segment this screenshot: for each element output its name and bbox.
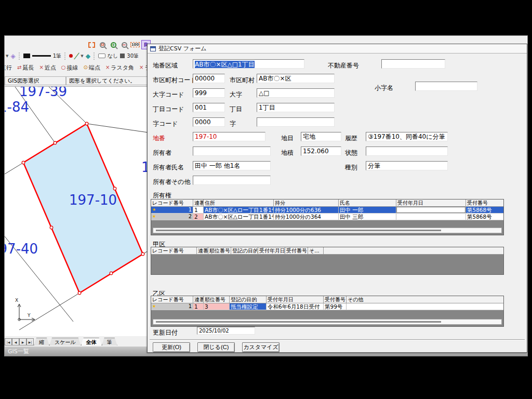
view-tab-スケール[interactable]: スケール: [49, 338, 81, 345]
rireki-input[interactable]: [366, 132, 448, 141]
snap-tool-near-point-button[interactable]: ×近点: [37, 63, 58, 72]
table-cell[interactable]: 第99号: [324, 303, 347, 310]
table-cell[interactable]: 持分1000分の364: [274, 214, 339, 220]
column-header[interactable]: 受付年月日: [267, 296, 324, 303]
chimoku-input[interactable]: [301, 132, 341, 141]
column-header[interactable]: レコード番号: [151, 296, 193, 303]
scrollbar-thumb[interactable]: [156, 321, 441, 323]
shoyusha-sonota-input[interactable]: [193, 176, 271, 185]
table-cell[interactable]: 第5868号: [466, 214, 503, 220]
line-style-sample[interactable]: [32, 55, 51, 57]
shubetsu-input[interactable]: [366, 161, 448, 170]
koaza-mei-input[interactable]: [415, 82, 477, 91]
column-header[interactable]: レコード番号: [151, 200, 193, 207]
column-header[interactable]: 受付番号: [324, 296, 347, 303]
table-cell[interactable]: 持分1000分の636: [274, 207, 339, 213]
fill-solid-swatch[interactable]: [120, 54, 125, 58]
record-number-cell[interactable]: ★1: [151, 303, 193, 310]
fill-none-swatch[interactable]: [98, 54, 105, 58]
snap-tool-raster-angle-button[interactable]: ×ラスタ角: [103, 63, 136, 72]
shoyusha-input[interactable]: [193, 147, 271, 156]
column-header[interactable]: 受付年月日: [258, 247, 285, 255]
jotai-input[interactable]: [366, 147, 448, 156]
table-row[interactable]: ★11AB市〇×区△ロ一丁目1番1号持分1000分の636田中 一郎第5868号: [151, 207, 503, 214]
column-header[interactable]: レコード番号: [151, 247, 197, 255]
table-row[interactable]: ★113抵当権設定令和6年6月18日受付第99号: [151, 303, 503, 310]
chiban-input[interactable]: [193, 132, 265, 141]
table-cell[interactable]: 抵当権設定: [230, 303, 267, 310]
view-tab-筆[interactable]: 筆: [102, 338, 117, 345]
column-header[interactable]: 登記の目的: [230, 296, 267, 303]
table-cell[interactable]: 田中 三郎: [339, 214, 396, 220]
record-number-cell[interactable]: ★2: [151, 214, 193, 220]
column-header[interactable]: 氏名: [339, 200, 396, 207]
layer-icon[interactable]: ◈: [10, 53, 15, 59]
zoom-in-button[interactable]: +: [109, 40, 118, 49]
oaza-code-input[interactable]: [193, 88, 225, 98]
column-header[interactable]: そ...: [308, 247, 324, 255]
horizontal-scrollbar[interactable]: [153, 319, 502, 325]
scrollbar-thumb[interactable]: [156, 230, 441, 231]
column-header[interactable]: 住所: [204, 200, 274, 207]
column-header[interactable]: その他: [347, 296, 503, 303]
column-header[interactable]: 受付番号: [466, 200, 503, 207]
column-header[interactable]: 連番: [197, 247, 208, 255]
chiban-kuiki-input[interactable]: AB市〇×区△□1丁目: [193, 59, 304, 69]
oaza-input[interactable]: [257, 88, 335, 98]
aza-input[interactable]: [257, 117, 335, 127]
tab-nav-button[interactable]: ◀: [12, 338, 19, 345]
snap-tool-end-point-button[interactable]: ⊙端点: [82, 63, 102, 72]
table-cell[interactable]: 第5868号: [466, 207, 503, 213]
view-tab-全体[interactable]: 全体: [81, 338, 102, 345]
close-button[interactable]: 閉じる(C): [197, 342, 235, 352]
tab-nav-button[interactable]: ▶: [19, 338, 26, 345]
customize-button[interactable]: カスタマイズ: [242, 342, 280, 352]
dropdown-arrow-icon[interactable]: ▼: [81, 54, 83, 58]
aza-code-input[interactable]: [193, 117, 225, 127]
record-number-cell[interactable]: ★1: [151, 207, 193, 213]
table-cell[interactable]: [396, 207, 466, 213]
point-color-icon[interactable]: [69, 54, 73, 58]
line-color-swatch[interactable]: [23, 54, 30, 58]
snap-tool-extend-button[interactable]: ⇄延長: [15, 63, 36, 72]
shikuchoson-code-input[interactable]: [193, 74, 225, 83]
table-cell[interactable]: 田中 一郎: [339, 207, 396, 213]
column-header[interactable]: 登記の目的: [231, 247, 258, 255]
zoom-100-button[interactable]: 100: [130, 40, 140, 49]
column-header[interactable]: 順位番号: [208, 247, 231, 255]
column-header[interactable]: 連番: [193, 296, 204, 303]
marquee-select-button[interactable]: [87, 40, 96, 49]
tab-nav-button[interactable]: |◀: [5, 338, 12, 345]
pen-icon[interactable]: ╱: [74, 52, 79, 60]
column-header[interactable]: 受付年月日: [396, 200, 466, 207]
zoom-out-button[interactable]: −: [119, 40, 129, 49]
table-cell[interactable]: [396, 214, 466, 220]
view-tab-縮[interactable]: 縮: [34, 338, 49, 345]
dialog-titlebar[interactable]: 登記CSV フォーム: [148, 44, 527, 54]
fudosan-bango-input[interactable]: [381, 59, 445, 69]
table-cell[interactable]: AB市〇×区△ロ一丁目1番1号: [204, 214, 274, 220]
zoom-to-rect-button[interactable]: [98, 40, 107, 49]
table-cell[interactable]: [347, 303, 503, 310]
update-button[interactable]: 更新(O): [153, 342, 190, 352]
chiseki-input[interactable]: [301, 147, 341, 156]
table-row[interactable]: ★22AB市〇×区△ロ一丁目1番1号持分1000分の364田中 三郎第5868号: [151, 214, 503, 220]
snap-tool-perpendicular-button[interactable]: 直行: [4, 63, 14, 72]
table-cell[interactable]: 1: [193, 207, 204, 213]
selected-parcel-shape[interactable]: [23, 124, 143, 293]
chome-code-input[interactable]: [193, 103, 225, 112]
table-cell[interactable]: AB市〇×区△ロ一丁目1番1号: [204, 207, 274, 213]
table-cell[interactable]: 令和6年6月18日受付: [267, 303, 324, 310]
snap-tool-tangent-button[interactable]: ○接線: [59, 63, 81, 72]
dropdown-arrow-icon[interactable]: ▼: [6, 54, 8, 58]
fill-style-icon[interactable]: ◆: [86, 53, 90, 59]
shoyusha-shimei-input[interactable]: [193, 161, 271, 170]
tab-nav-button[interactable]: ▶|: [26, 338, 34, 345]
column-header[interactable]: 連番: [193, 200, 204, 207]
chome-input[interactable]: [257, 103, 335, 112]
map-canvas[interactable]: X Y 197-391-84197-10197-401: [5, 86, 148, 336]
column-header[interactable]: 順位番号: [204, 296, 230, 303]
shikuchoson-input[interactable]: [257, 74, 335, 83]
table-cell[interactable]: 1: [193, 303, 204, 310]
table-cell[interactable]: 2: [193, 214, 204, 220]
